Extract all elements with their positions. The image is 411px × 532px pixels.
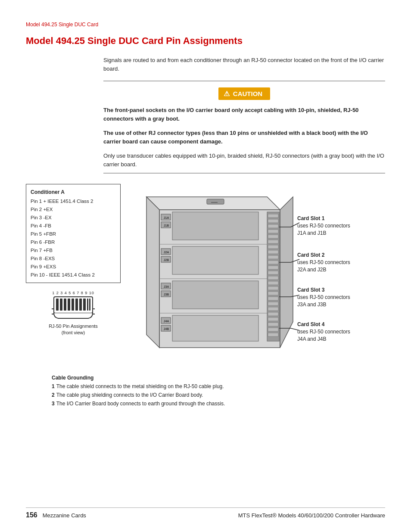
svg-rect-52: [268, 271, 278, 274]
pin-10: Pin 10 - IEEE 1451.4 Class 2: [31, 271, 116, 279]
grounding-section: Cable Grounding The cable shield connect…: [52, 375, 385, 408]
svg-rect-51: [268, 266, 278, 269]
svg-rect-4: [68, 299, 70, 311]
svg-text:J2A: J2A: [164, 251, 169, 254]
svg-text:J1B: J1B: [164, 224, 169, 227]
caution-label: CAUTION: [233, 90, 262, 97]
svg-rect-60: [268, 312, 278, 316]
grounding-item-2: The cable plug shielding connects to the…: [52, 391, 385, 399]
svg-rect-58: [268, 302, 278, 305]
svg-marker-16: [280, 197, 293, 348]
pin-3: Pin 3 -EX: [31, 214, 116, 222]
left-panel: Conditioner A Pin 1 + IEEE 1451.4 Class …: [26, 184, 121, 370]
pin-7: Pin 7 +FB: [31, 246, 116, 255]
svg-rect-41: [268, 214, 278, 218]
pin-numbers: 1 2 3 4 5 6 7 8 9 10: [26, 291, 121, 295]
pin-6: Pin 6 -FBR: [31, 238, 116, 246]
page: Model 494.25 Single DUC Card Model 494.2…: [0, 0, 411, 532]
svg-rect-63: [268, 328, 278, 331]
svg-rect-49: [268, 255, 278, 259]
svg-rect-1: [56, 299, 59, 311]
diagram-container: J1A J1B J2A J2B J3A J3B J4A J4B: [121, 184, 385, 370]
svg-rect-39: [172, 315, 258, 341]
svg-rect-37: [172, 246, 258, 274]
pin-4: Pin 4 -FB: [31, 222, 116, 230]
footer-title: MTS FlexTest® Models 40/60/100/200 Contr…: [238, 512, 385, 519]
svg-rect-48: [268, 250, 278, 254]
svg-rect-54: [268, 281, 278, 285]
warning-icon: ⚠: [224, 90, 230, 98]
conditioner-header: Conditioner A: [31, 188, 116, 196]
svg-text:J1A: J1A: [164, 216, 169, 219]
caution-normal: Only use transducer cables equipped with…: [103, 152, 385, 168]
pin-5: Pin 5 +FBR: [31, 230, 116, 238]
content-area: Signals are routed to and from each cond…: [103, 56, 385, 174]
svg-rect-43: [268, 224, 278, 228]
svg-rect-57: [268, 297, 278, 300]
svg-marker-14: [146, 197, 159, 348]
svg-text:J2B: J2B: [164, 258, 169, 261]
svg-rect-9: [87, 299, 88, 311]
card-slot-4-label: Card Slot 4 uses RJ-50 connectors J4A an…: [297, 321, 350, 342]
svg-text:J4B: J4B: [164, 327, 169, 330]
card-slot-2-label: Card Slot 2 uses RJ-50 connectors J2A an…: [297, 252, 350, 273]
svg-text:J3B: J3B: [164, 293, 169, 296]
pin-2: Pin 2 +EX: [31, 205, 116, 214]
card-slot-1-label: Card Slot 1 uses RJ-50 connectors J1A an…: [297, 215, 350, 236]
pin-9: Pin 9 +EXS: [31, 263, 116, 271]
pin-1: Pin 1 + IEEE 1451.4 Class 2: [31, 197, 116, 205]
svg-rect-6: [75, 299, 78, 311]
pin-8: Pin 8 -EXS: [31, 255, 116, 263]
svg-text:J4A: J4A: [164, 320, 169, 323]
page-number: 156: [26, 511, 37, 519]
svg-text:═══: ═══: [211, 201, 218, 204]
svg-rect-2: [60, 299, 62, 311]
rj50-diagram: 1 2 3 4 5 6 7 8 9 10: [26, 291, 121, 336]
caution-badge: ⚠ CAUTION: [218, 87, 270, 100]
grounding-list: The cable shield connects to the metal s…: [52, 383, 385, 408]
footer-section: Mezzanine Cards: [43, 512, 86, 519]
grounding-item-1: The cable shield connects to the metal s…: [52, 383, 385, 390]
card-slot-3-label: Card Slot 3 uses RJ-50 connectors J3A an…: [297, 286, 350, 308]
svg-rect-61: [268, 317, 278, 321]
svg-rect-36: [172, 212, 258, 240]
svg-rect-56: [268, 292, 278, 295]
diagram-section: Conditioner A Pin 1 + IEEE 1451.4 Class …: [26, 184, 385, 370]
rj50-label: RJ-50 Pin Assignments (front view): [26, 323, 121, 336]
grounding-item-3: The I/O Carrier Board body connects to e…: [52, 400, 385, 408]
caution-box: ⚠ CAUTION: [103, 87, 385, 100]
svg-rect-3: [64, 299, 66, 311]
top-divider: [103, 81, 385, 81]
svg-rect-10: [89, 299, 90, 311]
svg-rect-7: [79, 299, 82, 311]
rj50-connector-svg: [52, 296, 95, 320]
page-title: Model 494.25 Single DUC Card Pin Assignm…: [26, 35, 385, 47]
conditioner-table: Conditioner A Pin 1 + IEEE 1451.4 Class …: [26, 184, 121, 283]
caution-bold-2: The use of other RJ connector types (les…: [103, 129, 385, 146]
page-footer: 156 Mezzanine Cards MTS FlexTest® Models…: [26, 507, 385, 519]
svg-rect-8: [83, 299, 86, 311]
svg-text:J3A: J3A: [164, 285, 169, 288]
caution-bold-1: The front-panel sockets on the I/O carri…: [103, 106, 385, 123]
svg-rect-55: [268, 286, 278, 290]
svg-rect-5: [72, 299, 74, 311]
svg-rect-59: [268, 307, 278, 311]
footer-left: 156 Mezzanine Cards: [26, 511, 86, 519]
svg-rect-46: [268, 240, 278, 243]
svg-rect-45: [268, 235, 278, 238]
bottom-divider: [103, 173, 385, 174]
grounding-title: Cable Grounding: [52, 375, 385, 381]
svg-rect-64: [268, 333, 278, 336]
main-diagram: J1A J1B J2A J2B J3A J3B J4A J4B: [121, 184, 385, 370]
breadcrumb: Model 494.25 Single DUC Card: [26, 22, 385, 28]
pin-list: Pin 1 + IEEE 1451.4 Class 2 Pin 2 +EX Pi…: [31, 197, 116, 279]
svg-rect-47: [268, 245, 278, 249]
intro-text: Signals are routed to and from each cond…: [103, 56, 385, 73]
svg-rect-53: [268, 276, 278, 280]
svg-rect-42: [268, 219, 278, 223]
svg-rect-62: [268, 323, 278, 326]
svg-rect-44: [268, 230, 278, 233]
svg-rect-38: [172, 281, 258, 309]
svg-rect-50: [268, 261, 278, 264]
